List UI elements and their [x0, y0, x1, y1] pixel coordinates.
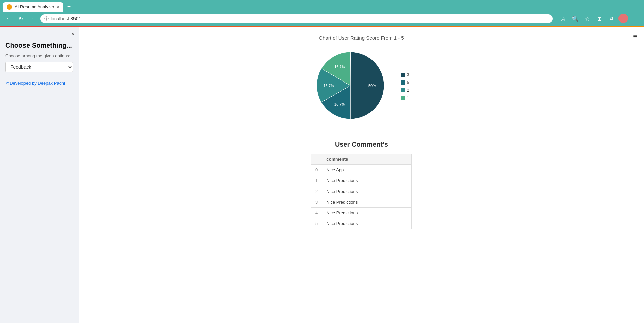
- home-button[interactable]: ⌂: [28, 14, 38, 23]
- more-button[interactable]: ⋯: [630, 14, 640, 24]
- browser-chrome: AI Resume Analyzer × + ← ↻ ⌂ ⓘ localhost…: [0, 0, 644, 26]
- legend-color-5: [401, 80, 405, 85]
- tab-favicon: [7, 4, 12, 10]
- pie-chart: 50%16.7%16.7%16.7%: [313, 49, 387, 124]
- row-comment: Nice App: [322, 165, 412, 175]
- app-container: × Choose Something... Choose among the g…: [0, 27, 644, 323]
- chart-area: 50%16.7%16.7%16.7% 3 5 2: [92, 49, 631, 124]
- row-index: 3: [311, 197, 322, 208]
- main-content: ≡ Chart of User Rating Score From 1 - 5 …: [79, 27, 644, 323]
- options-select[interactable]: Feedback Rating Comments: [5, 62, 73, 72]
- row-index: 4: [311, 208, 322, 218]
- table-title: User Comment's: [92, 141, 631, 148]
- table-index-header: [311, 154, 322, 165]
- tab-title: AI Resume Analyzer: [15, 4, 54, 9]
- sidebar-subtitle: Choose among the given options:: [5, 53, 73, 58]
- comments-tbody: 0Nice App1Nice Predictions2Nice Predicti…: [311, 165, 412, 229]
- new-tab-button[interactable]: +: [65, 2, 74, 12]
- active-tab[interactable]: AI Resume Analyzer ×: [3, 2, 63, 12]
- profile-icon[interactable]: [618, 14, 628, 23]
- svg-text:16.7%: 16.7%: [324, 84, 334, 88]
- developer-link[interactable]: @Developed by Deepak Padhi: [5, 80, 73, 86]
- toolbar-icons: 𝓐 🔍 ☆ ⊞ ⧉ ⋯: [558, 14, 640, 24]
- tab-bar: AI Resume Analyzer × +: [0, 0, 644, 12]
- table-row: 2Nice Predictions: [311, 186, 412, 197]
- legend-color-3: [401, 73, 405, 77]
- close-tab-button[interactable]: ×: [57, 5, 59, 9]
- row-comment: Nice Predictions: [322, 186, 412, 197]
- table-row: 4Nice Predictions: [311, 208, 412, 218]
- sidebar: × Choose Something... Choose among the g…: [0, 27, 79, 323]
- row-index: 2: [311, 186, 322, 197]
- comments-table: comments 0Nice App1Nice Predictions2Nice…: [311, 154, 412, 229]
- legend-item-3: 3: [401, 72, 409, 77]
- svg-text:16.7%: 16.7%: [334, 102, 345, 106]
- table-row: 1Nice Predictions: [311, 175, 412, 186]
- legend-color-1: [401, 96, 405, 100]
- legend-label-2: 2: [407, 88, 409, 93]
- row-comment: Nice Predictions: [322, 197, 412, 208]
- favorites-icon[interactable]: ☆: [582, 14, 592, 24]
- info-icon: ⓘ: [44, 16, 49, 22]
- read-aloud-icon[interactable]: 𝓐: [558, 14, 568, 24]
- refresh-button[interactable]: ↻: [16, 14, 26, 23]
- table-row: 0Nice App: [311, 165, 412, 175]
- row-comment: Nice Predictions: [322, 208, 412, 218]
- address-bar[interactable]: ⓘ localhost:8501: [40, 14, 553, 23]
- chart-title: Chart of User Rating Score From 1 - 5: [92, 35, 631, 41]
- row-index: 0: [311, 165, 322, 175]
- legend-label-5: 5: [407, 80, 409, 85]
- svg-text:50%: 50%: [368, 84, 376, 88]
- row-comment: Nice Predictions: [322, 175, 412, 186]
- sidebar-icon[interactable]: ⧉: [606, 14, 616, 24]
- row-index: 1: [311, 175, 322, 186]
- collections-icon[interactable]: ⊞: [594, 14, 604, 24]
- legend-label-3: 3: [407, 72, 409, 77]
- svg-text:16.7%: 16.7%: [335, 65, 345, 69]
- sidebar-close-button[interactable]: ×: [71, 31, 75, 37]
- legend-color-2: [401, 88, 405, 92]
- chart-legend: 3 5 2 1: [401, 72, 409, 100]
- legend-item-5: 5: [401, 80, 409, 85]
- row-index: 5: [311, 218, 322, 229]
- table-row: 3Nice Predictions: [311, 197, 412, 208]
- table-header-row: comments: [311, 154, 412, 165]
- browser-toolbar: ← ↻ ⌂ ⓘ localhost:8501 𝓐 🔍 ☆ ⊞ ⧉ ⋯: [0, 12, 644, 26]
- sidebar-title: Choose Something...: [5, 42, 73, 49]
- table-row: 5Nice Predictions: [311, 218, 412, 229]
- row-comment: Nice Predictions: [322, 218, 412, 229]
- table-comments-header: comments: [322, 154, 412, 165]
- hamburger-menu[interactable]: ≡: [633, 32, 637, 41]
- pie-svg: 50%16.7%16.7%16.7%: [313, 49, 387, 122]
- url-text: localhost:8501: [51, 16, 81, 21]
- legend-label-1: 1: [407, 95, 409, 100]
- legend-item-2: 2: [401, 88, 409, 93]
- back-button[interactable]: ←: [4, 14, 13, 23]
- legend-item-1: 1: [401, 95, 409, 100]
- zoom-icon[interactable]: 🔍: [570, 14, 580, 24]
